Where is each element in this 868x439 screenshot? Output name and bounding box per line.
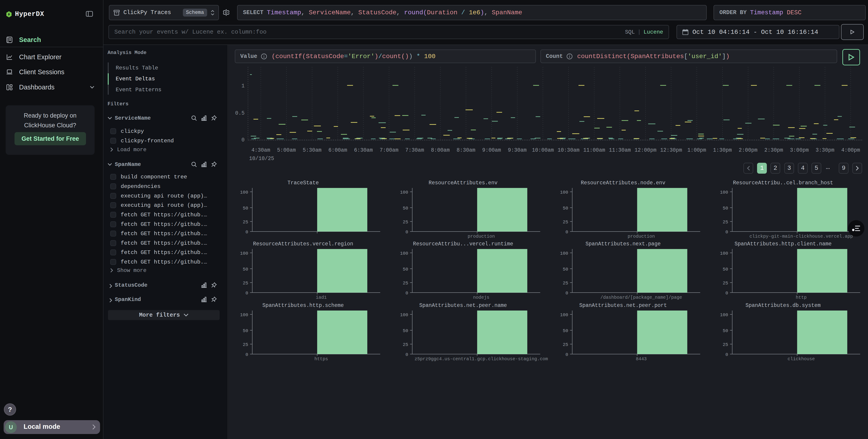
svg-text:9:30am: 9:30am: [508, 147, 527, 153]
svg-text:7:30am: 7:30am: [405, 147, 424, 153]
svg-text:100: 100: [400, 190, 408, 195]
svg-text:0: 0: [241, 137, 245, 143]
svg-text:25: 25: [723, 342, 728, 347]
svg-text:50: 50: [723, 206, 728, 211]
svg-text:8:00am: 8:00am: [431, 147, 450, 153]
svg-text:25: 25: [403, 220, 408, 225]
svg-text:0: 0: [405, 230, 408, 235]
svg-text:clickpy-git-main-clickhouse.ve: clickpy-git-main-clickhouse.vercel.app: [750, 234, 853, 239]
svg-text:/dashboard/[package_name]/page: /dashboard/[package_name]/page: [600, 295, 682, 300]
svg-text:10/10/25: 10/10/25: [249, 156, 274, 162]
svg-text:2:30pm: 2:30pm: [764, 147, 783, 153]
svg-text:25: 25: [563, 220, 568, 225]
svg-text:50: 50: [563, 267, 568, 272]
svg-text:5:30am: 5:30am: [303, 147, 321, 153]
svg-text:2:00pm: 2:00pm: [739, 147, 757, 153]
svg-text:0: 0: [405, 352, 408, 357]
svg-text:ResourceAttributes.node.env: ResourceAttributes.node.env: [581, 180, 665, 186]
svg-text:ResourceAttributes.vercel.regi: ResourceAttributes.vercel.region: [253, 241, 353, 247]
svg-text:10:30am: 10:30am: [558, 147, 580, 153]
svg-text:50: 50: [563, 206, 568, 211]
svg-text:SpanAttributes.net.peer.name: SpanAttributes.net.peer.name: [419, 302, 507, 309]
svg-text:50: 50: [243, 206, 248, 211]
svg-text:50: 50: [723, 328, 728, 333]
svg-text:25: 25: [723, 281, 728, 286]
svg-text:TraceState: TraceState: [287, 180, 319, 186]
svg-text:1:00pm: 1:00pm: [687, 147, 706, 153]
svg-text:SpanAttributes.http.scheme: SpanAttributes.http.scheme: [262, 302, 344, 309]
svg-text:6:30am: 6:30am: [354, 147, 373, 153]
svg-text:25: 25: [723, 220, 728, 225]
svg-text:25: 25: [243, 220, 248, 225]
svg-text:3:00pm: 3:00pm: [790, 147, 809, 153]
svg-text:nodejs: nodejs: [473, 295, 489, 300]
svg-text:6:00am: 6:00am: [328, 147, 347, 153]
svg-text:0: 0: [245, 352, 248, 357]
svg-text:0: 0: [565, 230, 568, 235]
svg-text:100: 100: [720, 190, 728, 195]
svg-text:http: http: [796, 295, 807, 300]
svg-text:100: 100: [240, 251, 248, 256]
svg-text:z5prz9ggc4.us-central1.gcp.cli: z5prz9ggc4.us-central1.gcp.clickhouse-st…: [414, 356, 548, 361]
svg-text:50: 50: [403, 328, 408, 333]
svg-text:clickhouse: clickhouse: [788, 356, 815, 361]
svg-text:100: 100: [240, 190, 248, 195]
svg-text:production: production: [627, 234, 655, 239]
svg-text:12:30pm: 12:30pm: [660, 147, 682, 153]
svg-text:100: 100: [560, 251, 568, 256]
svg-text:https: https: [314, 356, 328, 361]
svg-text:50: 50: [243, 328, 248, 333]
svg-text:25: 25: [403, 342, 408, 347]
svg-text:50: 50: [723, 267, 728, 272]
svg-text:SpanAttributes.net.peer.port: SpanAttributes.net.peer.port: [579, 302, 667, 309]
svg-text:25: 25: [563, 281, 568, 286]
svg-text:4:00pm: 4:00pm: [841, 147, 860, 153]
svg-text:100: 100: [240, 312, 248, 318]
svg-text:ResourceAttribu..cel.branch_ho: ResourceAttribu..cel.branch_host: [733, 180, 833, 186]
svg-text:8:30am: 8:30am: [457, 147, 475, 153]
svg-text:production: production: [468, 234, 495, 239]
svg-text:7:00am: 7:00am: [379, 147, 398, 153]
svg-text:25: 25: [243, 342, 248, 347]
svg-text:0: 0: [565, 291, 568, 296]
svg-text:0.5: 0.5: [235, 110, 245, 116]
svg-text:11:00am: 11:00am: [583, 147, 605, 153]
svg-text:SpanAttributes.db.system: SpanAttributes.db.system: [745, 302, 820, 309]
svg-text:10:00am: 10:00am: [532, 147, 554, 153]
svg-text:SpanAttributes.http.client.nam: SpanAttributes.http.client.name: [735, 241, 832, 247]
svg-text:ResourceAttribu...vercel.runti: ResourceAttribu...vercel.runtime: [413, 241, 513, 247]
svg-text:50: 50: [243, 267, 248, 272]
svg-text:1: 1: [241, 83, 245, 89]
svg-text:50: 50: [403, 267, 408, 272]
svg-text:4:30am: 4:30am: [251, 147, 270, 153]
svg-text:1:30pm: 1:30pm: [713, 147, 732, 153]
svg-text:3:30pm: 3:30pm: [815, 147, 834, 153]
svg-text:ResourceAttributes.env: ResourceAttributes.env: [429, 180, 498, 186]
svg-text:0: 0: [245, 230, 248, 235]
svg-text:0: 0: [245, 291, 248, 296]
svg-text:5:00am: 5:00am: [277, 147, 296, 153]
svg-text:12:00pm: 12:00pm: [634, 147, 656, 153]
svg-text:0: 0: [725, 230, 728, 235]
svg-text:100: 100: [720, 312, 728, 318]
svg-text:0: 0: [725, 291, 728, 296]
svg-text:0: 0: [405, 291, 408, 296]
svg-text:8443: 8443: [636, 356, 647, 361]
svg-text:9:00am: 9:00am: [482, 147, 501, 153]
svg-text:100: 100: [720, 251, 728, 256]
svg-text:100: 100: [400, 251, 408, 256]
svg-text:100: 100: [560, 190, 568, 195]
svg-text:25: 25: [243, 281, 248, 286]
svg-text:100: 100: [560, 312, 568, 318]
svg-text:iad1: iad1: [316, 295, 327, 300]
svg-text:0: 0: [725, 352, 728, 357]
svg-text:25: 25: [403, 281, 408, 286]
svg-text:11:30am: 11:30am: [609, 147, 631, 153]
svg-text:25: 25: [563, 342, 568, 347]
svg-text:50: 50: [403, 206, 408, 211]
svg-text:100: 100: [400, 312, 408, 318]
svg-text:SpanAttributes.next.page: SpanAttributes.next.page: [586, 241, 661, 247]
svg-text:0: 0: [565, 352, 568, 357]
svg-text:50: 50: [563, 328, 568, 333]
